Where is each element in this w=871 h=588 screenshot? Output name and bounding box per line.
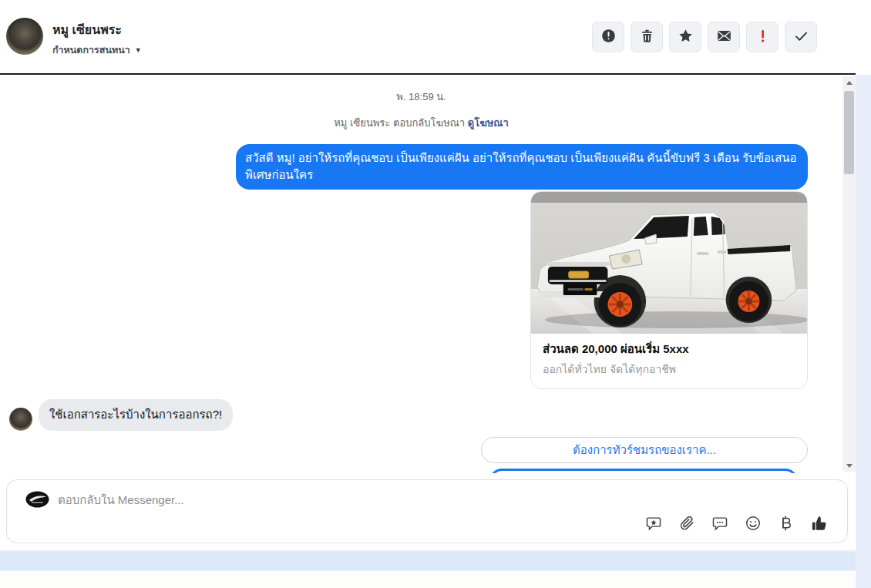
contact-name: หมู เซียนพระ [52,20,122,39]
alert-circle-icon [600,28,617,47]
mark-spam-button[interactable] [746,22,779,52]
envelope-icon [716,28,732,47]
conversation-header: หมู เซียนพระ กำหนดการสนทนา ▼ [0,0,856,75]
chevron-down-icon: ▼ [135,46,142,54]
scrollbar[interactable] [842,76,856,472]
page-background-lower [0,570,856,588]
trash-icon [639,28,655,47]
quick-reply-button-partial[interactable] [489,469,798,473]
attach-button[interactable] [678,516,696,534]
page-background-band [0,552,856,570]
car-photo [531,192,807,334]
timestamp: พ. 18:59 น. [0,89,842,105]
scroll-up-arrow[interactable] [842,76,856,89]
report-button[interactable] [592,22,624,52]
scroll-down-arrow[interactable] [842,459,856,472]
comment-icon [711,515,728,535]
ad-card-subtitle: ออกได้ทั่วไทย จัดได้ทุกอาชีพ [543,361,795,378]
reply-composer [6,479,848,543]
message-input[interactable] [58,489,551,509]
avatar[interactable] [9,408,32,431]
like-button[interactable] [810,516,829,534]
exclamation-icon [755,28,771,47]
composer-toolbar [644,516,829,534]
like-icon [811,515,828,535]
mark-done-button[interactable] [785,22,817,52]
saved-replies-icon [645,515,662,535]
ad-context-row: หมู เซียนพระ ตอบกลับโฆษณา ดูโฆษณา [0,115,842,131]
ad-card[interactable]: ส่วนลด 20,000 ผ่อนเริ่ม 5xxx ออกได้ทั่วไ… [530,191,808,389]
saved-replies-button[interactable] [644,516,663,534]
scrollbar-thumb[interactable] [844,91,854,174]
quick-reply-button[interactable]: ต้องการทัวร์ชมรถของเราค... [481,437,808,463]
comment-button[interactable] [711,516,729,534]
conversation-thread: พ. 18:59 น. หมู เซียนพระ ตอบกลับโฆษณา ดู… [0,76,842,473]
header-actions [592,22,817,52]
page-background-right [856,75,871,588]
delete-button[interactable] [631,22,663,52]
received-message-row: ใช้เอกสารอะไรบ้างในการออกรถ?! [9,399,233,431]
paperclip-icon [678,515,695,535]
sent-message-bubble: สวัสดี หมู! อย่าให้รถที่คุณชอบ เป็นเพียง… [236,144,808,190]
ad-context-text: หมู เซียนพระ ตอบกลับโฆษณา [334,117,465,129]
payment-baht-icon [778,515,795,535]
star-button[interactable] [669,22,701,52]
page-logo [25,491,49,508]
ad-card-caption: ส่วนลด 20,000 ผ่อนเริ่ม 5xxx ออกได้ทั่วไ… [531,334,807,388]
received-message-bubble: ใช้เอกสารอะไรบ้างในการออกรถ?! [39,399,233,431]
star-icon [678,28,694,47]
schedule-dropdown[interactable]: กำหนดการสนทนา ▼ [52,42,142,58]
payment-button[interactable] [777,516,795,534]
emoji-icon [745,515,762,535]
mark-unread-button[interactable] [708,22,740,52]
ad-card-title: ส่วนลด 20,000 ผ่อนเริ่ม 5xxx [543,340,795,358]
view-ad-link[interactable]: ดูโฆษณา [468,117,509,129]
schedule-label: กำหนดการสนทนา [52,42,130,58]
avatar[interactable] [6,18,43,55]
check-icon [793,28,809,47]
messenger-inbox-window: หมู เซียนพระ กำหนดการสนทนา ▼ [0,0,871,588]
emoji-button[interactable] [744,516,762,534]
